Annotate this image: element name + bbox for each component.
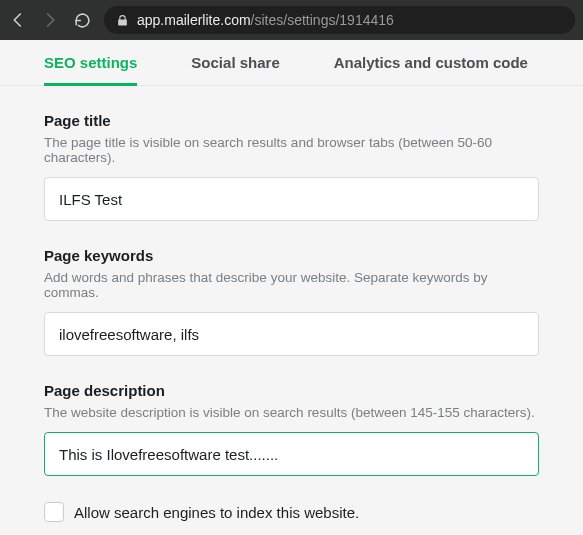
tab-social-share[interactable]: Social share bbox=[191, 41, 279, 86]
field-page-description: Page description The website description… bbox=[44, 382, 539, 476]
page-description-input[interactable] bbox=[44, 432, 539, 476]
page-body: SEO settings Social share Analytics and … bbox=[0, 40, 583, 532]
back-button[interactable] bbox=[8, 10, 28, 30]
form-content: Page title The page title is visible on … bbox=[0, 86, 583, 532]
lock-icon bbox=[116, 14, 129, 27]
page-description-help: The website description is visible on se… bbox=[44, 405, 539, 420]
page-keywords-input[interactable] bbox=[44, 312, 539, 356]
url-text: app.mailerlite.com/sites/settings/191441… bbox=[137, 12, 394, 28]
page-title-help: The page title is visible on search resu… bbox=[44, 135, 539, 165]
address-bar[interactable]: app.mailerlite.com/sites/settings/191441… bbox=[104, 6, 575, 34]
page-title-label: Page title bbox=[44, 112, 539, 129]
page-title-input[interactable] bbox=[44, 177, 539, 221]
tab-seo-settings[interactable]: SEO settings bbox=[44, 41, 137, 86]
reload-button[interactable] bbox=[72, 10, 92, 30]
allow-index-label: Allow search engines to index this websi… bbox=[74, 504, 359, 521]
field-page-title: Page title The page title is visible on … bbox=[44, 112, 539, 221]
page-description-label: Page description bbox=[44, 382, 539, 399]
page-keywords-label: Page keywords bbox=[44, 247, 539, 264]
forward-button[interactable] bbox=[40, 10, 60, 30]
url-domain: app.mailerlite.com bbox=[137, 12, 251, 28]
allow-index-row: Allow search engines to index this websi… bbox=[44, 502, 539, 522]
tab-bar: SEO settings Social share Analytics and … bbox=[0, 40, 583, 86]
tab-analytics[interactable]: Analytics and custom code bbox=[334, 41, 528, 86]
browser-toolbar: app.mailerlite.com/sites/settings/191441… bbox=[0, 0, 583, 40]
allow-index-checkbox[interactable] bbox=[44, 502, 64, 522]
page-keywords-help: Add words and phrases that describe your… bbox=[44, 270, 539, 300]
field-page-keywords: Page keywords Add words and phrases that… bbox=[44, 247, 539, 356]
url-path: /sites/settings/1914416 bbox=[251, 12, 394, 28]
